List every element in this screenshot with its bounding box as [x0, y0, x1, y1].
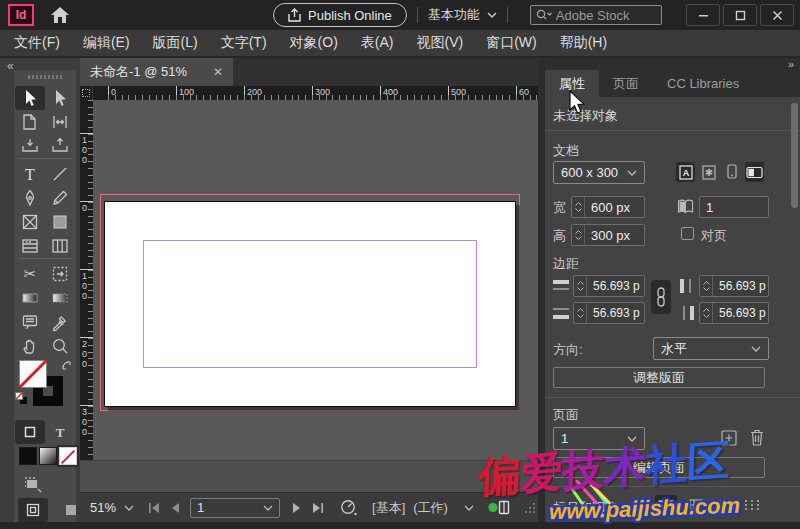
panel-scrollbar[interactable] [791, 103, 798, 208]
adjust-layout-button[interactable]: 调整版面 [553, 367, 765, 388]
tab-properties[interactable]: 属性 [545, 70, 599, 97]
search-input[interactable] [556, 8, 648, 23]
height-stepper[interactable] [572, 225, 585, 245]
profile-label[interactable]: (工作) [413, 499, 448, 517]
pages-count-field[interactable]: 1 [699, 196, 769, 218]
height-field[interactable]: 300 px [571, 224, 645, 246]
margin-top-field[interactable]: 56.693 p [573, 275, 645, 297]
fill-swatch-none[interactable] [19, 360, 47, 388]
stock-search-box[interactable] [530, 5, 662, 25]
close-button[interactable] [760, 4, 794, 26]
hand-tool-icon[interactable] [15, 334, 45, 358]
workspace-switcher[interactable]: 基本功能 [428, 6, 497, 24]
toolbar-drag-handle-icon[interactable] [28, 75, 62, 79]
margin-bottom-field[interactable]: 56.693 p [573, 302, 645, 324]
menu-window[interactable]: 窗口(W) [486, 34, 537, 52]
page-size-dropdown[interactable]: 600 x 300 [553, 161, 645, 184]
document-page[interactable] [104, 201, 516, 407]
collapse-dock-icon[interactable]: « [7, 59, 12, 73]
document-tab[interactable]: 未命名-1 @ 51% ✕ [80, 58, 233, 86]
apply-color-button[interactable] [19, 447, 37, 465]
preflight-gauge-icon[interactable] [340, 499, 358, 517]
formatting-affects-text-button[interactable]: T [45, 420, 75, 444]
free-transform-tool-icon[interactable] [45, 262, 75, 286]
page-number-dropdown[interactable]: 1 [190, 498, 280, 518]
link-margins-icon[interactable] [651, 280, 671, 314]
preset-chevron-icon[interactable] [464, 505, 474, 511]
menu-view[interactable]: 视图(V) [416, 34, 463, 52]
menu-object[interactable]: 对象(O) [290, 34, 338, 52]
orientation-portrait-icon[interactable] [722, 162, 741, 182]
baseline-grid-toggle-icon[interactable] [713, 495, 735, 515]
intent-web-icon[interactable]: ✱ [699, 162, 718, 182]
panel-collapse-icon[interactable]: » [788, 58, 794, 70]
vertical-ruler[interactable]: 1 0 001 0 02 0 03 0 0 [80, 100, 93, 460]
width-field[interactable]: 600 px [571, 196, 645, 218]
edit-page-button[interactable]: 编辑页面 [553, 457, 765, 478]
rectangle-tool-icon[interactable] [45, 210, 75, 234]
note-tool-icon[interactable] [15, 310, 45, 334]
scissors-tool-icon[interactable]: ✂ [15, 262, 45, 286]
facing-pages-checkbox[interactable] [681, 227, 694, 240]
direction-dropdown[interactable]: 水平 [653, 337, 769, 360]
line-tool-icon[interactable] [45, 162, 75, 186]
intent-print-icon[interactable]: A [676, 162, 695, 182]
guides-toggle-icon[interactable] [741, 495, 763, 515]
margin-bottom-stepper[interactable] [574, 303, 587, 323]
minimize-button[interactable] [686, 4, 720, 26]
frame-tool-icon[interactable] [15, 210, 45, 234]
ruler-toggle-icon[interactable] [655, 495, 677, 515]
apply-none-button[interactable] [59, 447, 77, 465]
tab-cc-libraries[interactable]: CC Libraries [653, 70, 753, 97]
menu-help[interactable]: 帮助(H) [560, 34, 607, 52]
selection-tool-icon[interactable] [15, 86, 45, 110]
indesign-app-icon[interactable]: Id [8, 4, 34, 26]
eyedropper-tool-icon[interactable] [45, 310, 75, 334]
type-tool-icon[interactable]: T [15, 162, 45, 186]
width-stepper[interactable] [572, 197, 585, 217]
default-fill-stroke-icon[interactable] [15, 391, 28, 409]
previous-page-icon[interactable] [171, 503, 180, 513]
next-page-icon[interactable] [292, 503, 301, 513]
apply-gradient-button[interactable] [39, 447, 57, 465]
resize-grip-icon[interactable] [524, 502, 536, 514]
grid-toggle-icon[interactable] [685, 495, 707, 515]
pencil-tool-icon[interactable] [45, 186, 75, 210]
pen-tool-icon[interactable] [15, 186, 45, 210]
menu-table[interactable]: 表(A) [361, 34, 394, 52]
pasteboard[interactable] [93, 100, 538, 460]
first-page-icon[interactable] [148, 503, 161, 513]
vertical-grid-tool-icon[interactable] [45, 234, 75, 258]
zoom-tool-icon[interactable] [45, 334, 75, 358]
horizontal-grid-tool-icon[interactable] [15, 234, 45, 258]
ruler-origin-corner[interactable] [80, 86, 93, 100]
gradient-tool-icon[interactable] [15, 286, 45, 310]
delete-page-icon[interactable] [750, 429, 764, 446]
horizontal-scrollbar-track[interactable] [80, 460, 538, 492]
margin-left-stepper[interactable] [700, 276, 713, 296]
publish-online-button[interactable]: Publish Online [273, 3, 407, 27]
screen-mode-normal-button[interactable] [18, 498, 48, 522]
content-collector-tool-icon[interactable] [15, 134, 45, 158]
zoom-chevron-icon[interactable] [124, 505, 134, 511]
add-page-icon[interactable] [721, 430, 737, 446]
maximize-button[interactable] [723, 4, 757, 26]
current-page-dropdown[interactable]: 1 [553, 427, 645, 450]
tab-close-icon[interactable]: ✕ [213, 65, 223, 79]
menu-edit[interactable]: 编辑(E) [83, 34, 130, 52]
zoom-level[interactable]: 51% [90, 500, 116, 515]
orientation-landscape-icon[interactable] [745, 162, 764, 182]
tab-pages[interactable]: 页面 [599, 70, 653, 97]
menu-layout[interactable]: 版面(L) [153, 34, 198, 52]
last-page-icon[interactable] [311, 503, 324, 513]
margin-right-stepper[interactable] [700, 303, 713, 323]
swap-fill-stroke-icon[interactable] [60, 358, 73, 376]
page-tool-icon[interactable] [15, 110, 45, 134]
gap-tool-icon[interactable] [45, 110, 75, 134]
view-options-icon[interactable] [22, 474, 44, 498]
horizontal-ruler[interactable]: 010020030040050060 [93, 86, 538, 100]
menu-type[interactable]: 文字(T) [221, 34, 267, 52]
workspace-preset-label[interactable]: [基本] [372, 499, 405, 517]
direct-selection-tool-icon[interactable] [45, 86, 75, 110]
formatting-affects-container-button[interactable] [15, 420, 45, 444]
